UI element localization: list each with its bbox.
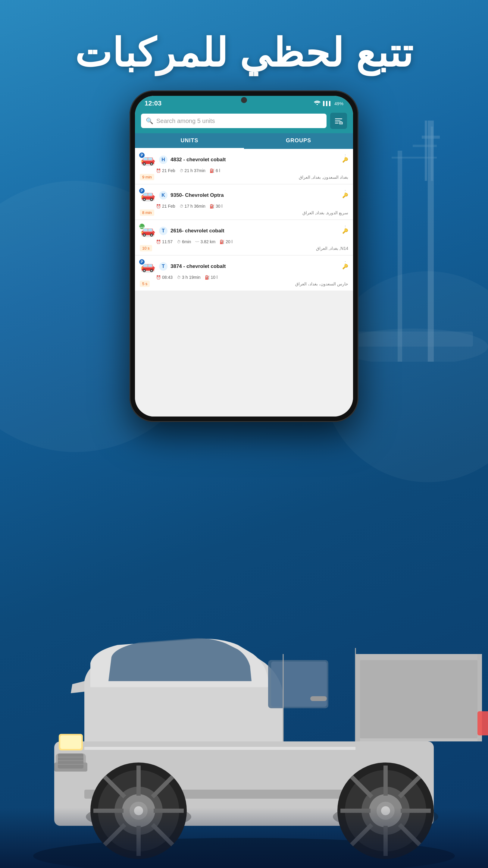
more-icon[interactable]: ⋮ bbox=[342, 260, 348, 267]
unit-letter: K bbox=[159, 191, 167, 199]
tab-units[interactable]: UNITS bbox=[135, 133, 244, 149]
unit-letter: T bbox=[159, 227, 167, 235]
car-icon-wrap: P bbox=[140, 153, 156, 166]
clock-icon: ⏰ bbox=[156, 240, 161, 244]
svg-point-56 bbox=[151, 270, 153, 272]
meta-fuel: ⛽ 6 l bbox=[210, 168, 220, 173]
svg-rect-18 bbox=[143, 158, 148, 160]
unit-location: سريع الدورة, بغداد, العراق bbox=[140, 210, 348, 215]
more-icon[interactable]: ⋮ bbox=[342, 224, 348, 231]
search-icon: 🔍 bbox=[146, 117, 153, 124]
page-title: تتبع لحظي للمركبات bbox=[0, 30, 488, 76]
battery-text: 49% bbox=[334, 101, 344, 106]
status-badge-speed: 0km/h bbox=[138, 223, 145, 230]
list-item[interactable]: 0km/h T 2616- chevrolet cobalt 🔑 ⏰ 11:57… bbox=[135, 220, 353, 255]
filter-button[interactable] bbox=[330, 113, 347, 129]
unit-letter: H bbox=[159, 156, 167, 164]
time-badge: 9 min bbox=[140, 174, 154, 180]
svg-rect-11 bbox=[335, 123, 338, 124]
search-input[interactable]: Search among 5 units bbox=[156, 118, 215, 124]
unit-name: 9350- Chevrolet Optra bbox=[170, 192, 338, 198]
svg-rect-47 bbox=[153, 232, 155, 233]
status-badge-p: P bbox=[138, 152, 145, 158]
industrial-silhouette bbox=[337, 121, 488, 362]
search-area: 🔍 Search among 5 units bbox=[135, 110, 353, 133]
phone-screen: 12:03 ▌▌▌ 49% 🔍 S bbox=[135, 96, 353, 416]
status-badge-p: P bbox=[138, 258, 145, 265]
list-item[interactable]: P K 9350- Chevrolet Optra 🔑 ⏰ 21 Feb ⏱ bbox=[135, 184, 353, 219]
svg-rect-24 bbox=[141, 161, 143, 162]
svg-rect-10 bbox=[335, 121, 340, 121]
meta-duration: ⏱ 17 h 36min bbox=[180, 204, 205, 209]
unit-header: P K 9350- Chevrolet Optra 🔑 bbox=[140, 189, 348, 202]
meta-date: ⏰ 21 Feb bbox=[156, 204, 175, 209]
svg-rect-52 bbox=[148, 264, 152, 267]
search-box[interactable]: 🔍 Search among 5 units bbox=[141, 114, 327, 128]
units-list: P H 4832 - chevrolet cobalt 🔑 ⏰ 21 Feb ⏱ bbox=[135, 149, 353, 416]
svg-rect-4 bbox=[392, 157, 437, 158]
svg-rect-57 bbox=[141, 267, 143, 269]
svg-rect-19 bbox=[148, 158, 152, 160]
phone-camera bbox=[241, 97, 247, 103]
route-icon: 〰 bbox=[195, 240, 199, 244]
unit-header: P H 4832 - chevrolet cobalt 🔑 bbox=[140, 153, 348, 166]
svg-rect-36 bbox=[153, 196, 155, 197]
meta-date: ⏰ 21 Feb bbox=[156, 168, 175, 173]
more-icon[interactable]: ⋮ bbox=[342, 153, 348, 160]
status-badge-p: P bbox=[138, 187, 145, 194]
wifi-icon bbox=[314, 100, 321, 106]
unit-meta: ⏰ 21 Feb ⏱ 21 h 37min ⛽ 6 l bbox=[140, 168, 348, 173]
unit-name: 3874 - chevrolet cobalt bbox=[170, 264, 338, 270]
tab-groups[interactable]: GROUPS bbox=[244, 133, 353, 149]
fuel-icon: ⛽ bbox=[205, 275, 210, 280]
meta-duration: ⏱ 21 h 37min bbox=[180, 168, 205, 173]
meta-fuel: ⛽ 10 l bbox=[205, 275, 218, 280]
timer-icon: ⏱ bbox=[180, 168, 184, 173]
fuel-icon: ⛽ bbox=[220, 240, 224, 244]
svg-rect-58 bbox=[153, 267, 155, 269]
time-badge: 10 s bbox=[140, 245, 152, 251]
svg-rect-41 bbox=[148, 229, 152, 231]
bottom-gradient bbox=[0, 808, 488, 868]
car-icon-wrap: 0km/h bbox=[140, 224, 156, 238]
fuel-icon: ⛽ bbox=[210, 204, 215, 209]
svg-rect-25 bbox=[153, 161, 155, 162]
time-badge: 5 s bbox=[140, 281, 150, 287]
timer-icon: ⏱ bbox=[177, 275, 181, 280]
meta-distance: 〰 3.82 km bbox=[195, 239, 216, 244]
svg-rect-29 bbox=[143, 193, 148, 195]
fuel-icon: ⛽ bbox=[210, 168, 215, 173]
svg-point-54 bbox=[144, 270, 145, 272]
svg-rect-30 bbox=[148, 193, 152, 195]
signal-icon: ▌▌▌ bbox=[323, 101, 332, 106]
meta-time: ⏰ 11:57 bbox=[156, 239, 173, 244]
meta-time: ⏰ 08:43 bbox=[156, 275, 173, 280]
clock-icon: ⏰ bbox=[156, 275, 161, 280]
more-icon[interactable]: ⋮ bbox=[342, 189, 348, 196]
time-badge: 8 min bbox=[140, 210, 154, 216]
svg-point-32 bbox=[144, 199, 145, 200]
svg-point-23 bbox=[151, 163, 153, 165]
svg-rect-8 bbox=[352, 332, 473, 347]
svg-point-21 bbox=[144, 163, 145, 165]
status-icons: ▌▌▌ 49% bbox=[314, 100, 344, 106]
unit-name: 2616- chevrolet cobalt bbox=[170, 228, 338, 234]
svg-point-43 bbox=[144, 235, 145, 236]
clock-icon: ⏰ bbox=[156, 204, 161, 209]
clock-icon: ⏰ bbox=[156, 168, 161, 173]
car-icon-wrap: P bbox=[140, 189, 156, 202]
unit-meta: ⏰ 21 Feb ⏱ 17 h 36min ⛽ 30 l bbox=[140, 204, 348, 209]
phone-mockup: 12:03 ▌▌▌ 49% 🔍 S bbox=[130, 90, 358, 422]
svg-point-45 bbox=[151, 235, 153, 236]
car-icon-wrap: P bbox=[140, 260, 156, 273]
meta-duration: ⏱ 6min bbox=[177, 239, 191, 244]
svg-rect-35 bbox=[141, 196, 143, 197]
svg-rect-6 bbox=[431, 127, 433, 181]
unit-meta: ⏰ 11:57 ⏱ 6min 〰 3.82 km ⛽ bbox=[140, 239, 348, 244]
list-item[interactable]: P T 3874 - chevrolet cobalt 🔑 ⏰ 08:43 ⏱ bbox=[135, 255, 353, 290]
timer-icon: ⏱ bbox=[180, 204, 184, 209]
svg-rect-40 bbox=[143, 229, 148, 231]
unit-letter: T bbox=[159, 262, 167, 271]
list-item[interactable]: P H 4832 - chevrolet cobalt 🔑 ⏰ 21 Feb ⏱ bbox=[135, 149, 353, 184]
status-time: 12:03 bbox=[144, 99, 161, 107]
